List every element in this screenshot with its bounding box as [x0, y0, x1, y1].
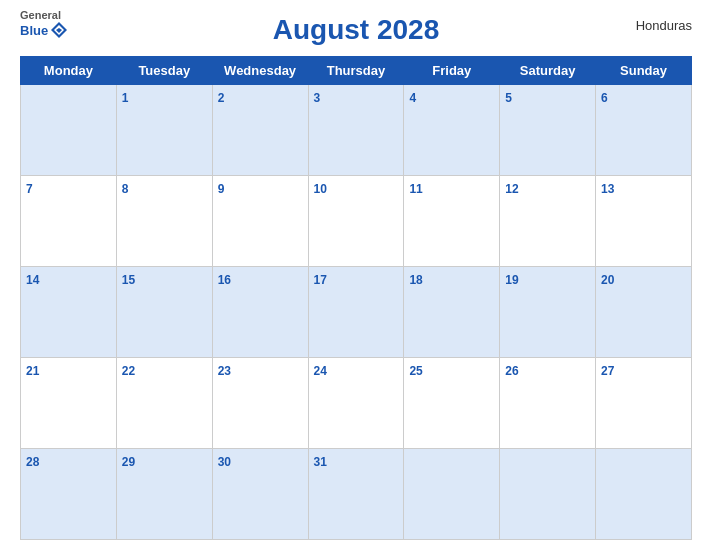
month-title: August 2028	[273, 14, 440, 46]
calendar-cell: 12	[500, 176, 596, 267]
calendar-cell: 19	[500, 267, 596, 358]
date-number: 19	[505, 273, 518, 287]
calendar-cell: 10	[308, 176, 404, 267]
date-number: 25	[409, 364, 422, 378]
date-number: 28	[26, 455, 39, 469]
date-number: 30	[218, 455, 231, 469]
calendar-cell: 24	[308, 358, 404, 449]
calendar-cell: 5	[500, 85, 596, 176]
calendar-week-row: 21222324252627	[21, 358, 692, 449]
date-number: 14	[26, 273, 39, 287]
calendar-cell: 28	[21, 449, 117, 540]
header-wednesday: Wednesday	[212, 57, 308, 85]
calendar-cell	[404, 449, 500, 540]
header-sunday: Sunday	[596, 57, 692, 85]
calendar-cell: 18	[404, 267, 500, 358]
header-tuesday: Tuesday	[116, 57, 212, 85]
calendar-cell	[21, 85, 117, 176]
calendar-cell: 23	[212, 358, 308, 449]
calendar-cell: 8	[116, 176, 212, 267]
date-number: 7	[26, 182, 33, 196]
date-number: 12	[505, 182, 518, 196]
logo-icon	[50, 21, 68, 39]
calendar-cell	[596, 449, 692, 540]
calendar-cell: 30	[212, 449, 308, 540]
date-number: 5	[505, 91, 512, 105]
calendar-cell: 25	[404, 358, 500, 449]
country-label: Honduras	[636, 18, 692, 33]
date-number: 16	[218, 273, 231, 287]
calendar-cell: 15	[116, 267, 212, 358]
date-number: 24	[314, 364, 327, 378]
calendar-cell: 6	[596, 85, 692, 176]
calendar-header: General Blue August 2028 Honduras	[20, 10, 692, 50]
date-number: 8	[122, 182, 129, 196]
calendar-cell: 11	[404, 176, 500, 267]
calendar-cell: 1	[116, 85, 212, 176]
date-number: 27	[601, 364, 614, 378]
calendar-cell: 7	[21, 176, 117, 267]
calendar-week-row: 28293031	[21, 449, 692, 540]
date-number: 2	[218, 91, 225, 105]
calendar-cell: 3	[308, 85, 404, 176]
date-number: 29	[122, 455, 135, 469]
calendar-cell: 27	[596, 358, 692, 449]
calendar-cell: 16	[212, 267, 308, 358]
header-monday: Monday	[21, 57, 117, 85]
logo-general: General	[20, 10, 61, 21]
date-number: 21	[26, 364, 39, 378]
logo: General Blue	[20, 10, 68, 39]
date-number: 23	[218, 364, 231, 378]
header-thursday: Thursday	[308, 57, 404, 85]
calendar-week-row: 78910111213	[21, 176, 692, 267]
date-number: 1	[122, 91, 129, 105]
calendar-cell: 22	[116, 358, 212, 449]
date-number: 10	[314, 182, 327, 196]
calendar-cell: 21	[21, 358, 117, 449]
calendar-cell	[500, 449, 596, 540]
header-saturday: Saturday	[500, 57, 596, 85]
calendar-cell: 29	[116, 449, 212, 540]
calendar-cell: 17	[308, 267, 404, 358]
logo-blue: Blue	[20, 24, 48, 37]
calendar-cell: 31	[308, 449, 404, 540]
calendar-cell: 9	[212, 176, 308, 267]
date-number: 13	[601, 182, 614, 196]
date-number: 31	[314, 455, 327, 469]
calendar-cell: 14	[21, 267, 117, 358]
date-number: 26	[505, 364, 518, 378]
calendar-cell: 13	[596, 176, 692, 267]
calendar-week-row: 123456	[21, 85, 692, 176]
calendar-cell: 20	[596, 267, 692, 358]
calendar-table: Monday Tuesday Wednesday Thursday Friday…	[20, 56, 692, 540]
day-headers-row: Monday Tuesday Wednesday Thursday Friday…	[21, 57, 692, 85]
date-number: 22	[122, 364, 135, 378]
date-number: 20	[601, 273, 614, 287]
calendar-cell: 2	[212, 85, 308, 176]
date-number: 17	[314, 273, 327, 287]
date-number: 6	[601, 91, 608, 105]
calendar-week-row: 14151617181920	[21, 267, 692, 358]
date-number: 9	[218, 182, 225, 196]
date-number: 3	[314, 91, 321, 105]
date-number: 11	[409, 182, 422, 196]
calendar-cell: 26	[500, 358, 596, 449]
date-number: 15	[122, 273, 135, 287]
calendar-cell: 4	[404, 85, 500, 176]
header-friday: Friday	[404, 57, 500, 85]
date-number: 18	[409, 273, 422, 287]
date-number: 4	[409, 91, 416, 105]
